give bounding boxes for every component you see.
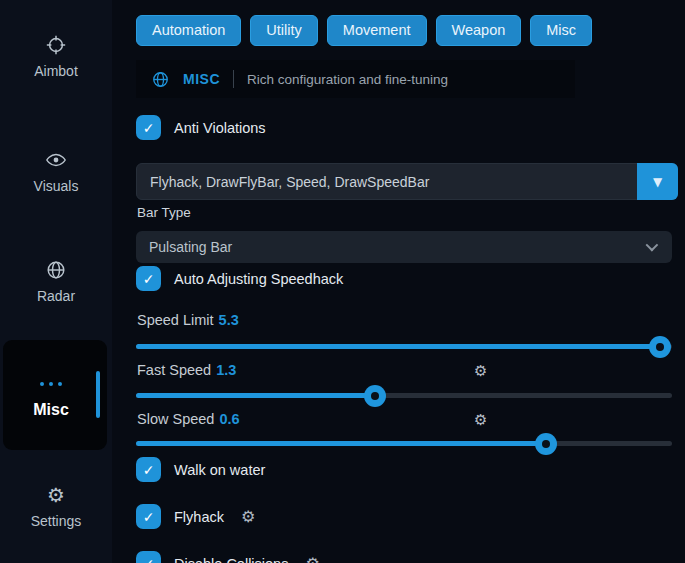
tab-utility[interactable]: Utility: [250, 15, 317, 46]
slider-label-text: Slow Speed: [137, 411, 214, 427]
tab-bar: Automation Utility Movement Weapon Misc: [136, 15, 592, 46]
walk-on-water-checkbox[interactable]: ✓: [136, 457, 161, 482]
checkbox-label: Anti Violations: [174, 120, 266, 136]
slider-fill: [136, 344, 660, 349]
globe-icon: [151, 70, 170, 89]
tab-movement[interactable]: Movement: [327, 15, 427, 46]
checkbox-label: Walk on water: [174, 462, 265, 478]
sidebar-item-aimbot[interactable]: Aimbot: [0, 34, 112, 79]
gear-icon: ⚙: [45, 484, 67, 506]
flyhack-gear-icon[interactable]: ⚙: [241, 507, 255, 526]
main-panel: Automation Utility Movement Weapon Misc …: [136, 0, 685, 563]
checkbox-row-disable-collisions: ✓ Disable Collisions ⚙: [136, 551, 320, 563]
bar-type-select[interactable]: Pulsating Bar: [136, 231, 672, 263]
sidebar-item-misc[interactable]: Misc: [3, 340, 107, 450]
dropdown-expand-button[interactable]: ▼: [637, 163, 678, 200]
slider-thumb[interactable]: [364, 385, 386, 407]
checkbox-row-anti-violations: ✓ Anti Violations: [136, 115, 266, 140]
slider-value: 0.6: [219, 411, 239, 427]
tab-misc[interactable]: Misc: [530, 15, 592, 46]
slider-fill: [136, 393, 375, 398]
slow-speed-gear-icon[interactable]: ⚙: [474, 411, 487, 429]
features-multiselect[interactable]: Flyhack, DrawFlyBar, Speed, DrawSpeedBar…: [136, 163, 678, 200]
slow-speed-slider[interactable]: [136, 441, 672, 446]
chevron-down-icon: [646, 239, 659, 252]
checkbox-label: Auto Adjusting Speedhack: [174, 271, 343, 287]
divider: [233, 70, 234, 88]
slow-speed-label: Slow Speed0.6: [137, 411, 240, 427]
sidebar-item-label: Aimbot: [34, 63, 78, 79]
bar-type-label: Bar Type: [137, 205, 191, 220]
slider-thumb[interactable]: [535, 433, 557, 455]
disable-collisions-gear-icon[interactable]: ⚙: [305, 554, 319, 563]
fast-speed-slider[interactable]: [136, 393, 672, 398]
fast-speed-gear-icon[interactable]: ⚙: [474, 362, 487, 380]
fast-speed-label: Fast Speed1.3: [137, 362, 236, 378]
sidebar-item-radar[interactable]: Radar: [0, 259, 112, 304]
disable-collisions-checkbox[interactable]: ✓: [136, 551, 161, 563]
checkbox-row-walk-on-water: ✓ Walk on water: [136, 457, 265, 482]
sidebar-item-visuals[interactable]: Visuals: [0, 149, 112, 194]
slider-value: 1.3: [216, 362, 236, 378]
auto-adjusting-checkbox[interactable]: ✓: [136, 266, 161, 291]
multiselect-value: Flyhack, DrawFlyBar, Speed, DrawSpeedBar: [150, 174, 429, 190]
ellipsis-icon: [3, 382, 99, 386]
checkbox-label: Flyhack: [174, 509, 224, 525]
slider-fill: [136, 441, 546, 446]
speed-limit-label: Speed Limit5.3: [137, 312, 239, 328]
sidebar-item-label: Settings: [31, 513, 82, 529]
sidebar: Aimbot Visuals Radar Misc ⚙ Settings: [0, 0, 112, 563]
eye-icon: [45, 149, 67, 171]
globe-icon: [45, 259, 67, 281]
flyhack-checkbox[interactable]: ✓: [136, 504, 161, 529]
checkbox-row-flyhack: ✓ Flyhack ⚙: [136, 504, 255, 529]
anti-violations-checkbox[interactable]: ✓: [136, 115, 161, 140]
sidebar-item-label: Radar: [37, 288, 75, 304]
slider-value: 5.3: [219, 312, 239, 328]
section-title: MISC: [183, 71, 220, 87]
tab-weapon[interactable]: Weapon: [436, 15, 522, 46]
active-indicator: [96, 371, 100, 418]
slider-thumb[interactable]: [649, 336, 671, 358]
crosshair-icon: [45, 34, 67, 56]
sidebar-item-label: Visuals: [34, 178, 79, 194]
slider-label-text: Speed Limit: [137, 312, 214, 328]
section-header: MISC Rich configuration and fine-tuning: [136, 60, 575, 98]
checkbox-label: Disable Collisions: [174, 556, 288, 563]
speed-limit-slider[interactable]: [136, 344, 672, 349]
section-subtitle: Rich configuration and fine-tuning: [247, 72, 448, 87]
sidebar-item-label: Misc: [3, 401, 99, 419]
checkbox-row-auto-adjusting: ✓ Auto Adjusting Speedhack: [136, 266, 343, 291]
slider-label-text: Fast Speed: [137, 362, 211, 378]
tab-automation[interactable]: Automation: [136, 15, 241, 46]
select-value: Pulsating Bar: [149, 239, 232, 255]
sidebar-item-settings[interactable]: ⚙ Settings: [0, 484, 112, 529]
